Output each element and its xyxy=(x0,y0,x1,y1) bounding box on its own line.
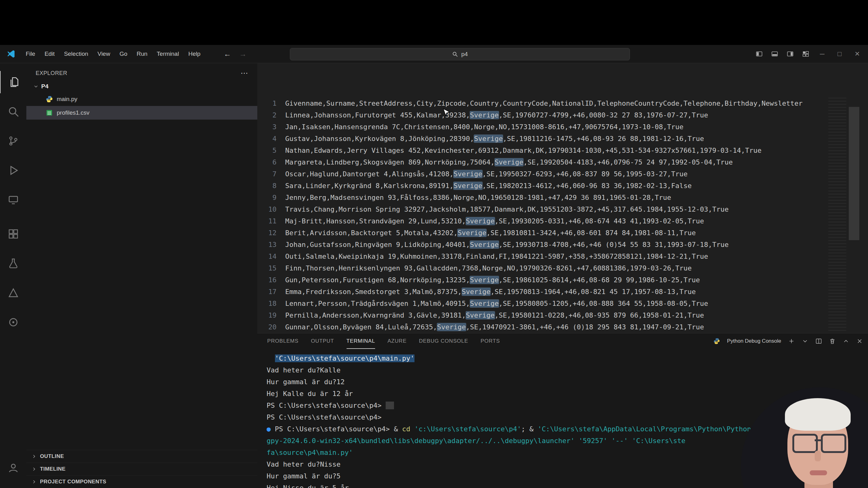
section-project-components[interactable]: PROJECT COMPONENTS xyxy=(26,475,257,488)
command-center-search[interactable]: p4 xyxy=(290,48,630,60)
line-text: Travis,Chang,Morrison Spring 32927,Jacks… xyxy=(285,203,868,215)
panel-tab-output[interactable]: OUTPUT xyxy=(311,333,334,349)
python-file-icon xyxy=(45,95,53,103)
explorer-title: EXPLORER xyxy=(36,70,67,76)
line-text: Finn,Thorsen,Henriksenlyngen 93,Gallacdd… xyxy=(285,262,868,274)
line-text: Berit,Arvidsson,Backtorget 5,Motala,4320… xyxy=(285,227,868,239)
explorer-more-actions[interactable]: ⋯ xyxy=(241,69,249,77)
editor-scrollbar[interactable] xyxy=(849,107,859,240)
line-number: 19 xyxy=(257,310,285,321)
code-line: 8Sara,Linder,Kyrkgränd 8,Karlskrona,8919… xyxy=(257,180,868,192)
activity-explorer[interactable] xyxy=(0,71,27,93)
activity-remote-explorer[interactable] xyxy=(0,189,26,211)
code-line: 7Oscar,Haglund,Dantorget 4,Alingsås,4120… xyxy=(257,168,868,180)
chevron-up-icon[interactable] xyxy=(843,338,849,345)
menu-terminal[interactable]: Terminal xyxy=(152,48,184,59)
extensions-icon xyxy=(7,228,19,240)
panel-tab-problems[interactable]: PROBLEMS xyxy=(267,333,299,349)
highlighted-word: Sverige xyxy=(466,312,495,319)
line-number: 16 xyxy=(257,274,285,286)
minimize-button[interactable]: ─ xyxy=(817,50,827,58)
line-number: 8 xyxy=(257,180,285,192)
panel-tab-debug-console[interactable]: DEBUG CONSOLE xyxy=(419,333,468,349)
split-icon[interactable] xyxy=(815,338,822,345)
activity-run-debug[interactable] xyxy=(0,159,26,182)
files-icon xyxy=(8,76,20,88)
panel-tab-azure[interactable]: AZURE xyxy=(388,333,407,349)
activity-settings[interactable] xyxy=(0,482,26,488)
sidebar-bottom-sections: OUTLINETIMELINEPROJECT COMPONENTS xyxy=(26,450,257,488)
highlighted-word: Sverige xyxy=(495,158,524,166)
highlighted-word: Sverige xyxy=(454,170,483,178)
activity-azure[interactable] xyxy=(0,282,26,304)
highlighted-word: Sverige xyxy=(474,135,503,142)
panel-tab-terminal[interactable]: TERMINAL xyxy=(347,333,375,349)
toggle-sidebar-icon[interactable] xyxy=(755,50,763,58)
line-number: 7 xyxy=(257,168,285,180)
toggle-secondary-sidebar-icon[interactable] xyxy=(786,50,794,58)
highlighted-word: Sverige xyxy=(470,276,499,284)
python-icon xyxy=(713,338,720,345)
code-line: 14Outi,Salmela,Kweipinkaja 19,Kuhmoinen,… xyxy=(257,251,868,262)
activity-account[interactable] xyxy=(0,457,26,479)
highlighted-word: Sverige xyxy=(437,323,466,331)
section-timeline[interactable]: TIMELINE xyxy=(26,463,257,475)
file-list: main.pyprofiles1.csv xyxy=(26,92,257,120)
code-line: 4Gustav,Johansson,Kyrkovägen 8,Jönköping… xyxy=(257,133,868,145)
section-outline[interactable]: OUTLINE xyxy=(26,450,257,463)
webcam-person-hair xyxy=(785,398,850,431)
activity-testing[interactable] xyxy=(0,252,26,274)
menu-edit[interactable]: Edit xyxy=(40,48,60,59)
menu-selection[interactable]: Selection xyxy=(59,48,93,59)
file-row-main-py[interactable]: main.py xyxy=(26,92,257,106)
trash-icon[interactable] xyxy=(829,338,836,345)
file-row-profiles1-csv[interactable]: profiles1.csv xyxy=(26,106,257,120)
activity-extensions[interactable] xyxy=(0,223,26,245)
line-text: Lennart,Persson,Trädgårdsvägen 1,Malmö,4… xyxy=(285,298,868,310)
terminal-name[interactable]: Python Debug Console xyxy=(727,338,781,344)
line-number: 4 xyxy=(257,133,285,145)
activity-jupyter[interactable] xyxy=(0,311,26,333)
close-button[interactable]: ✕ xyxy=(852,50,862,58)
activity-search[interactable] xyxy=(0,100,26,123)
line-number: 5 xyxy=(257,145,285,157)
code-line: 15Finn,Thorsen,Henriksenlyngen 93,Gallac… xyxy=(257,262,868,274)
circle-icon xyxy=(7,316,19,328)
chevron-right-icon xyxy=(31,466,37,472)
remote-icon xyxy=(7,194,19,206)
line-number: 9 xyxy=(257,192,285,203)
line-text: Jan,Isaksen,Hansensgrenda 7C,Christensen… xyxy=(285,121,868,133)
line-number: 13 xyxy=(257,239,285,251)
maximize-button[interactable]: □ xyxy=(835,50,844,58)
search-icon xyxy=(452,51,458,57)
highlighted-word: Sverige xyxy=(466,217,495,225)
back-icon[interactable]: ← xyxy=(224,50,231,58)
menu-view[interactable]: View xyxy=(93,48,115,59)
toggle-panel-icon[interactable] xyxy=(771,50,778,58)
code-line: 16Gun,Petersson,Furustigen 68,Norrköping… xyxy=(257,274,868,286)
panel-tab-ports[interactable]: PORTS xyxy=(480,333,500,349)
chevron-down-icon[interactable] xyxy=(802,338,808,345)
terminal-line: Hej Kalle du är 12 år xyxy=(267,388,865,400)
highlighted-word: Sverige xyxy=(470,300,499,307)
forward-icon[interactable]: → xyxy=(239,50,247,58)
code-line: 11Maj-Britt,Hansson,Strandvägen 29,Lund,… xyxy=(257,215,868,227)
azure-icon xyxy=(7,287,19,299)
close-icon[interactable] xyxy=(856,338,863,345)
menu-file[interactable]: File xyxy=(21,48,40,59)
customize-layout-icon[interactable] xyxy=(802,50,809,58)
code-line: 2Linnea,Johansson,Furutorget 455,Kalmar,… xyxy=(257,109,868,121)
menu-go[interactable]: Go xyxy=(115,48,132,59)
plus-icon[interactable] xyxy=(788,338,795,345)
folder-row-p4[interactable]: P4 xyxy=(26,80,257,92)
line-text: Nathan,Edwards,Jerry Villages 452,Kevinc… xyxy=(285,145,868,157)
line-number: 18 xyxy=(257,298,285,310)
webcam-person-glasses xyxy=(793,434,818,453)
activity-source-control[interactable] xyxy=(0,130,26,152)
chevron-right-icon xyxy=(31,454,37,459)
menu-run[interactable]: Run xyxy=(132,48,152,59)
line-text: Gustav,Johansson,Kyrkovägen 8,Jönköping,… xyxy=(285,133,868,145)
line-text: Gunnar,Olsson,Byvägen 84,Luleå,72635,Sve… xyxy=(285,321,868,333)
menu-help[interactable]: Help xyxy=(184,48,205,59)
line-text: Maj-Britt,Hansson,Strandvägen 29,Lund,53… xyxy=(285,215,868,227)
